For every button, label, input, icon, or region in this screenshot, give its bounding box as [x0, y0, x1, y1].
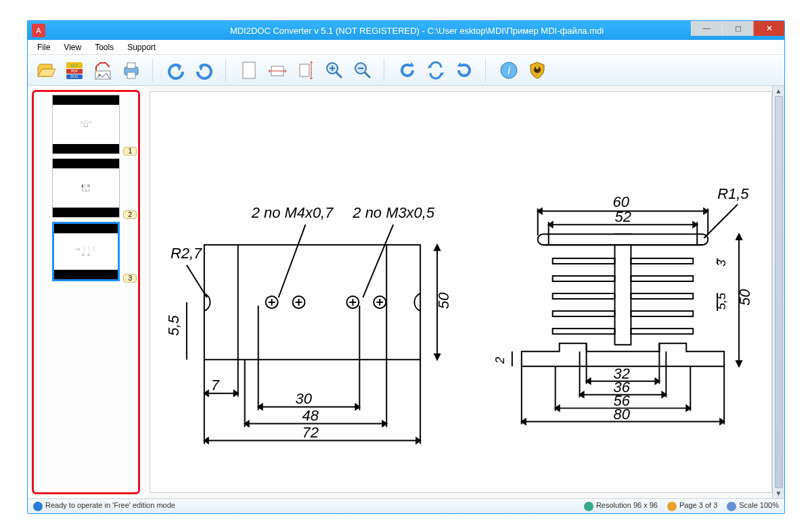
label-52: 52 [615, 208, 631, 225]
svg-line-35 [279, 224, 306, 298]
label-m4: 2 по М4х0,7 [251, 204, 334, 221]
toolbar-separator [485, 59, 488, 82]
open-button[interactable] [35, 59, 58, 82]
label-7: 7 [211, 377, 220, 394]
svg-rect-57 [553, 329, 615, 334]
zoom-out-button[interactable] [351, 59, 374, 82]
page-icon [667, 502, 677, 511]
svg-line-36 [363, 224, 393, 298]
toolbar-separator [225, 59, 228, 82]
close-button[interactable]: ✕ [753, 21, 784, 36]
register-button[interactable] [526, 59, 549, 82]
convert-pdf-button[interactable]: MDIPDFDOC [63, 59, 86, 82]
page-badge: 3 [123, 274, 137, 283]
rotate-cw-button[interactable] [453, 59, 476, 82]
fit-width-button[interactable] [266, 59, 289, 82]
svg-rect-9 [127, 63, 135, 68]
window-buttons: — ◻ ✕ [691, 21, 784, 36]
svg-rect-53 [553, 258, 615, 264]
convert-image-button[interactable] [91, 59, 114, 82]
label-80: 80 [614, 406, 631, 423]
svg-rect-58 [631, 258, 693, 264]
rotate-180-button[interactable] [424, 59, 447, 82]
rotate-ccw-button[interactable] [396, 59, 419, 82]
svg-rect-10 [127, 72, 135, 78]
thumbnail-panel: ⌂ □ ○└┘ 1 ◐ ⊚└┴┘ 2 ▭ ⋮⋮⋮⊥ ⊥ 3 [32, 90, 140, 494]
label-50: 50 [435, 292, 452, 309]
svg-rect-19 [536, 66, 539, 69]
status-resolution: Resolution 96 x 96 [584, 501, 658, 511]
status-page: Page 3 of 3 [667, 501, 717, 511]
page-badge: 2 [123, 210, 137, 219]
thumbnail-1[interactable]: ⌂ □ ○└┘ 1 [37, 95, 135, 154]
svg-rect-54 [553, 276, 615, 281]
scroll-down-icon[interactable]: ▼ [775, 490, 782, 497]
fit-height-button[interactable] [294, 59, 317, 82]
label-r15: R1,5 [717, 185, 749, 202]
vertical-scrollbar[interactable]: ▲ ▼ [772, 86, 784, 498]
svg-rect-20 [204, 245, 420, 360]
svg-rect-60 [631, 293, 693, 299]
scroll-up-icon[interactable]: ▲ [775, 87, 782, 95]
svg-line-63 [704, 204, 738, 238]
toolbar: MDIPDFDOC i [28, 55, 784, 86]
undo-button[interactable] [164, 59, 187, 82]
toolbar-separator [384, 59, 386, 82]
label-2: 2 [493, 357, 507, 364]
zoom-in-button[interactable] [323, 59, 346, 82]
menu-tools[interactable]: Tools [89, 41, 119, 53]
label-m3: 2 по М3х0,5 [352, 204, 435, 221]
label-48: 48 [302, 407, 319, 424]
svg-rect-62 [631, 329, 693, 334]
svg-rect-11 [243, 62, 255, 78]
content-area: ⌂ □ ○└┘ 1 ◐ ⊚└┴┘ 2 ▭ ⋮⋮⋮⊥ ⊥ 3 [28, 86, 784, 498]
svg-text:PDF: PDF [71, 69, 78, 73]
technical-drawing: R2,7 2 по М4х0,7 2 по М3х0,5 50 [150, 92, 771, 492]
statusbar: Ready to operate in 'Free' edition mode … [28, 498, 784, 513]
minimize-button[interactable]: — [691, 21, 722, 36]
redo-button[interactable] [193, 59, 216, 82]
menu-support[interactable]: Support [122, 41, 161, 53]
page-canvas[interactable]: R2,7 2 по М4х0,7 2 по М3х0,5 50 [150, 91, 772, 493]
thumbnail-2[interactable]: ◐ ⊚└┴┘ 2 [37, 158, 135, 218]
document-viewer: R2,7 2 по М4х0,7 2 по М3х0,5 50 [144, 86, 784, 498]
fit-page-button[interactable] [238, 59, 261, 82]
svg-text:DOC: DOC [70, 74, 78, 78]
svg-rect-55 [553, 293, 615, 299]
maximize-button[interactable]: ◻ [722, 21, 753, 36]
svg-rect-56 [553, 311, 615, 316]
info-button[interactable]: i [497, 59, 520, 82]
page-badge: 1 [123, 147, 137, 156]
toolbar-separator [152, 59, 155, 82]
menu-view[interactable]: View [58, 41, 87, 53]
svg-text:i: i [508, 65, 510, 76]
titlebar: A MDI2DOC Converter v 5.1 (NOT REGISTERE… [28, 21, 784, 40]
label-50r: 50 [736, 289, 753, 306]
label-3: 3 [715, 260, 728, 266]
svg-rect-13 [300, 64, 309, 76]
svg-rect-61 [631, 311, 693, 316]
scrollbar-thumb[interactable] [775, 96, 783, 488]
resolution-icon [584, 502, 593, 511]
label-55r: 5,5 [715, 292, 728, 310]
label-r27: R2,7 [171, 245, 202, 262]
menubar: File View Tools Support [28, 40, 784, 55]
app-icon: A [32, 24, 45, 37]
window-title: MDI2DOC Converter v 5.1 (NOT REGISTERED)… [49, 26, 784, 36]
status-scale: Scale 100% [727, 501, 779, 511]
svg-text:MDI: MDI [71, 64, 78, 68]
info-icon [33, 502, 43, 511]
label-72: 72 [302, 424, 319, 441]
status-ready: Ready to operate in 'Free' edition mode [33, 501, 175, 511]
scale-icon [727, 502, 736, 511]
app-window: A MDI2DOC Converter v 5.1 (NOT REGISTERE… [27, 20, 785, 514]
menu-file[interactable]: File [32, 41, 55, 53]
label-30: 30 [296, 390, 313, 407]
svg-rect-51 [615, 234, 631, 345]
svg-rect-59 [631, 276, 693, 281]
print-button[interactable] [120, 59, 143, 82]
label-55: 5,5 [165, 315, 182, 336]
thumbnail-3[interactable]: ▭ ⋮⋮⋮⊥ ⊥ 3 [37, 222, 135, 281]
